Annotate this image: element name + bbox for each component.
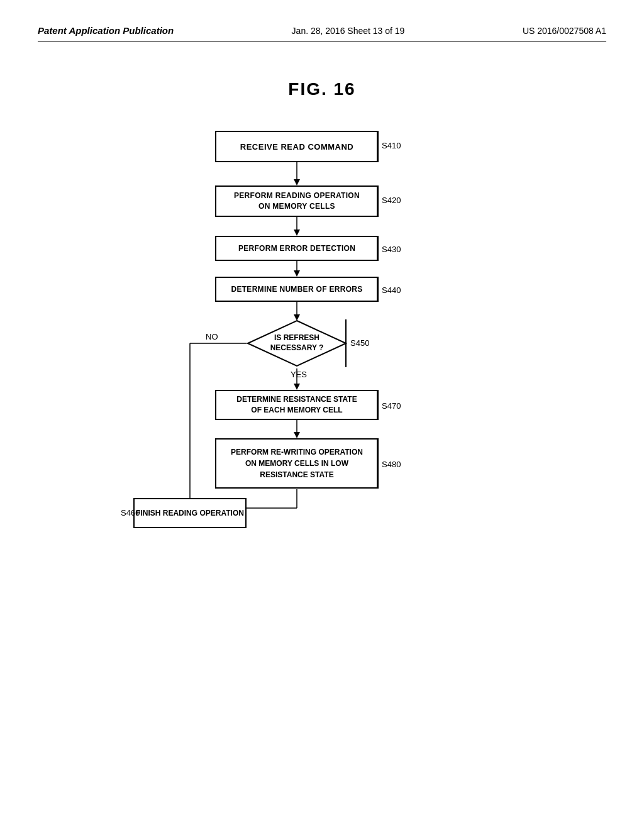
svg-marker-9 [294,384,300,390]
date-sheet-label: Jan. 28, 2016 Sheet 13 of 19 [292,26,405,36]
step-S420-label: PERFORM READING OPERATION ON MEMORY CELL… [234,191,360,212]
step-S460-id: S460 [121,508,140,517]
step-S410-id: S410 [382,141,401,150]
step-S410-box: RECEIVE READ COMMAND [215,131,379,162]
step-S480-id: S480 [382,460,401,469]
svg-marker-3 [294,230,300,236]
step-S440-id: S440 [382,285,401,295]
step-S450-id: S450 [350,338,369,348]
step-S450-label: IS REFRESHNECESSARY ? [270,333,324,353]
publication-label: Patent Application Publication [38,25,174,36]
step-S480-label: PERFORM RE-WRITING OPERATION ON MEMORY C… [231,446,363,480]
step-S430-id: S430 [382,245,401,254]
figure-title: FIG. 16 [38,79,606,99]
step-S440-label: DETERMINE NUMBER OF ERRORS [231,285,362,294]
svg-marker-5 [294,270,300,277]
step-S470-label: DETERMINE RESISTANCE STATE OF EACH MEMOR… [236,394,357,416]
step-S460-box: FINISH READING OPERATION [133,498,247,528]
step-S470-id: S470 [382,401,401,411]
svg-marker-11 [294,432,300,438]
step-S410-label: RECEIVE READ COMMAND [240,142,353,152]
page: Patent Application Publication Jan. 28, … [0,0,644,830]
step-S440-box: DETERMINE NUMBER OF ERRORS [215,277,379,302]
page-header: Patent Application Publication Jan. 28, … [38,25,606,42]
no-label: NO [206,332,218,341]
step-S420-box: PERFORM READING OPERATION ON MEMORY CELL… [215,185,379,217]
svg-marker-1 [294,179,300,185]
patent-number-label: US 2016/0027508 A1 [523,26,606,36]
yes-label: YES [291,370,307,379]
step-S460-label: FINISH READING OPERATION [136,509,244,517]
step-S420-id: S420 [382,196,401,205]
step-S430-label: PERFORM ERROR DETECTION [238,244,355,253]
step-S480-box: PERFORM RE-WRITING OPERATION ON MEMORY C… [215,438,379,489]
step-S430-box: PERFORM ERROR DETECTION [215,236,379,261]
step-S450-diamond: IS REFRESHNECESSARY ? [247,319,347,367]
step-S470-box: DETERMINE RESISTANCE STATE OF EACH MEMOR… [215,390,379,420]
